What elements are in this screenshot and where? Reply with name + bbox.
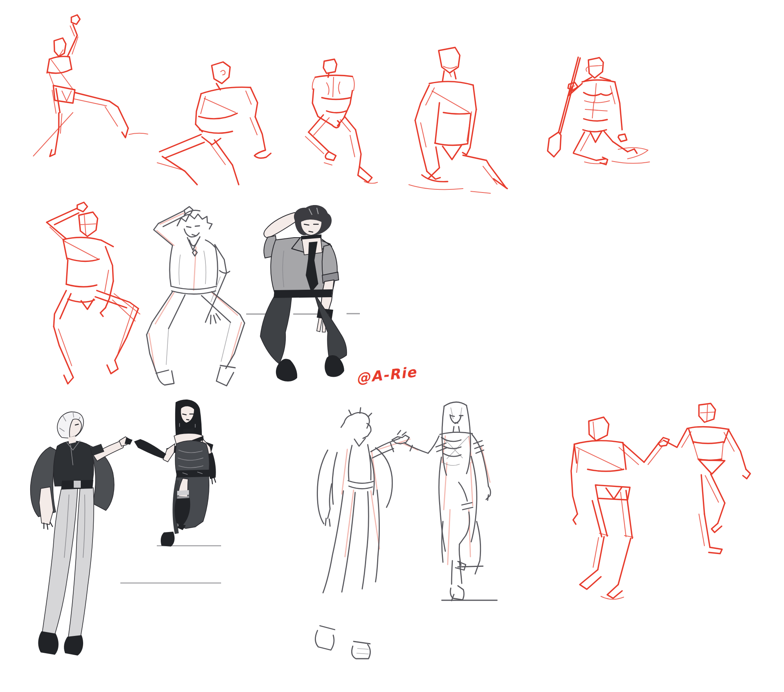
sketch-man-face <box>363 423 371 438</box>
woman-belt <box>176 470 209 478</box>
sketch-canvas: @A-Rie <box>0 0 784 692</box>
figure-rough-sketch-couple <box>315 402 497 659</box>
woman-choker <box>183 428 194 433</box>
belt <box>274 289 332 298</box>
raised-arm <box>264 213 297 238</box>
artwork-svg <box>0 0 784 692</box>
ledge-line <box>246 314 360 314</box>
figure-gesture-kneeling-with-oar <box>548 57 650 165</box>
oar-blade <box>548 132 561 157</box>
figure-finished-couple-stairs <box>31 400 221 656</box>
sketch-man-shoe <box>315 630 334 650</box>
steps <box>120 546 221 583</box>
pants-left <box>260 295 292 364</box>
figure-finished-sitting-man <box>246 205 360 381</box>
figure-gesture-seated-leaning-back <box>157 62 271 185</box>
figure-construction-sitting-pose <box>47 202 140 384</box>
sketch-man-hair <box>344 412 369 428</box>
man-shoe-front <box>38 631 58 655</box>
man-shirt <box>54 441 94 486</box>
figure-rough-sketch-sitting-man <box>147 207 245 386</box>
man-hanging-arm <box>39 487 53 525</box>
figure-gesture-seated-back-view <box>305 59 377 183</box>
figure-gesture-seated-arm-raised <box>33 15 148 156</box>
woman-glove-left <box>134 439 166 459</box>
man-shoe-back <box>64 635 83 656</box>
figure-gesture-couple-holding-hands <box>571 403 750 599</box>
woman-ankle-boot <box>161 532 174 547</box>
figure-gesture-kneeling-upright <box>409 47 507 193</box>
